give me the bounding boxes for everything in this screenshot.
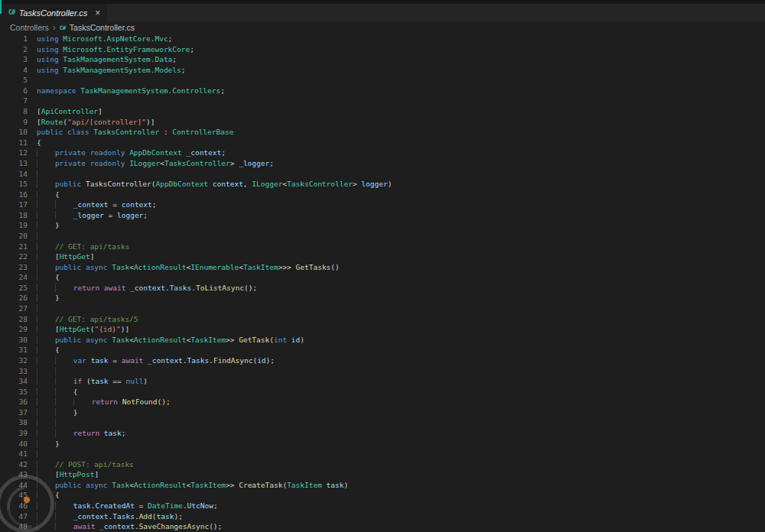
- code-line[interactable]: 29 [HttpGet("{id}")]: [0, 324, 765, 335]
- code-line[interactable]: 12 private readonly AppDbContext _contex…: [0, 148, 765, 158]
- line-number[interactable]: 48: [0, 521, 28, 532]
- code-line[interactable]: 21 // GET: api/tasks: [0, 242, 765, 252]
- code-line[interactable]: 9[Route("api/[controller]")]: [0, 117, 765, 128]
- close-tab-icon[interactable]: ×: [95, 8, 100, 18]
- code-line[interactable]: 25 return await _context.Tasks.ToListAsy…: [0, 283, 765, 294]
- code-line[interactable]: 15 public TasksController(AppDbContext c…: [0, 179, 765, 190]
- code-line[interactable]: 34 if (task == null): [0, 376, 765, 387]
- line-number[interactable]: 1: [0, 34, 28, 44]
- line-number[interactable]: 6: [0, 86, 28, 96]
- line-number[interactable]: 13: [0, 158, 28, 169]
- code-line[interactable]: 18 _logger = logger;: [0, 210, 765, 221]
- line-number[interactable]: 22: [0, 251, 28, 262]
- code-line[interactable]: 23 public async Task<ActionResult<IEnume…: [0, 262, 765, 273]
- line-number[interactable]: 7: [0, 96, 28, 106]
- code-line[interactable]: 20: [0, 231, 765, 242]
- code-line[interactable]: 26 }: [0, 293, 765, 303]
- line-number[interactable]: 38: [0, 417, 28, 428]
- line-number[interactable]: 34: [0, 376, 28, 387]
- breadcrumb-folder[interactable]: Controllers: [10, 23, 49, 32]
- code-line[interactable]: 1using Microsoft.AspNetCore.Mvc;: [0, 34, 765, 44]
- line-number[interactable]: 36: [0, 397, 28, 407]
- line-number[interactable]: 17: [0, 200, 28, 210]
- line-number[interactable]: 4: [0, 65, 28, 76]
- line-number[interactable]: 24: [0, 272, 28, 283]
- code-line[interactable]: 31 {: [0, 345, 765, 355]
- line-number[interactable]: 26: [0, 293, 28, 303]
- code-line[interactable]: 36 return NotFound();: [0, 397, 765, 407]
- code-line[interactable]: 5: [0, 75, 765, 86]
- line-number[interactable]: 39: [0, 428, 28, 439]
- line-number[interactable]: 42: [0, 459, 28, 470]
- line-number[interactable]: 47: [0, 511, 28, 522]
- code-editor[interactable]: 1using Microsoft.AspNetCore.Mvc;2using M…: [0, 34, 765, 532]
- code-line[interactable]: 7: [0, 96, 765, 106]
- line-number[interactable]: 23: [0, 262, 28, 273]
- code-line[interactable]: 38: [0, 417, 765, 428]
- code-line[interactable]: 4using TaskManagementSystem.Models;: [0, 65, 765, 76]
- line-number[interactable]: 45: [0, 490, 28, 501]
- code-line[interactable]: 33: [0, 366, 765, 377]
- code-line[interactable]: 44 public async Task<ActionResult<TaskIt…: [0, 480, 765, 491]
- code-line[interactable]: 24 {: [0, 272, 765, 283]
- code-line[interactable]: 28 // GET: api/tasks/5: [0, 314, 765, 325]
- code-line[interactable]: 22 [HttpGet]: [0, 251, 765, 262]
- tab-taskscontroller[interactable]: C# TasksController.cs ×: [0, 4, 107, 21]
- code-line[interactable]: 32 var task = await _context.Tasks.FindA…: [0, 355, 765, 366]
- line-number[interactable]: 18: [0, 210, 28, 221]
- code-line[interactable]: 35 {: [0, 387, 765, 397]
- code-line[interactable]: 37 }: [0, 407, 765, 418]
- line-number[interactable]: 28: [0, 314, 28, 325]
- code-line[interactable]: 40 }: [0, 439, 765, 449]
- line-number[interactable]: 3: [0, 54, 28, 65]
- line-number[interactable]: 5: [0, 75, 28, 86]
- code-line[interactable]: 14: [0, 169, 765, 180]
- code-line[interactable]: 42 // POST: api/tasks: [0, 459, 765, 470]
- line-number[interactable]: 20: [0, 231, 28, 242]
- line-number[interactable]: 29: [0, 324, 28, 335]
- code-line[interactable]: 11{: [0, 138, 765, 148]
- line-number[interactable]: 33: [0, 366, 28, 377]
- code-line[interactable]: 3using TaskManagementSystem.Data;: [0, 54, 765, 65]
- line-number[interactable]: 41: [0, 449, 28, 459]
- line-number[interactable]: 15: [0, 179, 28, 190]
- line-number[interactable]: 31: [0, 345, 28, 355]
- code-line[interactable]: 17 _context = context;: [0, 200, 765, 210]
- code-line[interactable]: 43 [HttpPost]: [0, 469, 765, 480]
- code-line[interactable]: 45 {: [0, 490, 765, 501]
- line-number[interactable]: 8: [0, 106, 28, 117]
- code-line[interactable]: 39 return task;: [0, 428, 765, 439]
- code-line[interactable]: 10public class TasksController : Control…: [0, 127, 765, 138]
- code-line[interactable]: 19 }: [0, 220, 765, 231]
- line-number[interactable]: 30: [0, 335, 28, 345]
- code-line[interactable]: 2using Microsoft.EntityFrameworkCore;: [0, 44, 765, 55]
- line-number[interactable]: 27: [0, 303, 28, 314]
- line-number[interactable]: 14: [0, 169, 28, 180]
- code-line[interactable]: 27: [0, 303, 765, 314]
- code-line[interactable]: 6namespace TaskManagementSystem.Controll…: [0, 86, 765, 96]
- code-line[interactable]: 41: [0, 449, 765, 459]
- line-number[interactable]: 40: [0, 439, 28, 449]
- code-line[interactable]: 8[ApiController]: [0, 106, 765, 117]
- line-number[interactable]: 32: [0, 355, 28, 366]
- code-line[interactable]: 13 private readonly ILogger<TasksControl…: [0, 158, 765, 169]
- line-number[interactable]: 21: [0, 242, 28, 252]
- line-number[interactable]: 12: [0, 148, 28, 158]
- line-number[interactable]: 10: [0, 127, 28, 138]
- code-line[interactable]: 16 {: [0, 190, 765, 200]
- code-line[interactable]: 48 await _context.SaveChangesAsync();: [0, 521, 765, 532]
- code-line[interactable]: 47 _context.Tasks.Add(task);: [0, 511, 765, 522]
- line-number[interactable]: 46: [0, 501, 28, 511]
- line-number[interactable]: 44: [0, 480, 28, 491]
- code-line[interactable]: 30 public async Task<ActionResult<TaskIt…: [0, 335, 765, 345]
- breadcrumb-file[interactable]: TasksController.cs: [70, 23, 135, 32]
- line-number[interactable]: 9: [0, 117, 28, 128]
- line-number[interactable]: 2: [0, 44, 28, 55]
- line-number[interactable]: 35: [0, 387, 28, 397]
- line-number[interactable]: 37: [0, 407, 28, 418]
- line-number[interactable]: 11: [0, 138, 28, 148]
- line-number[interactable]: 43: [0, 469, 28, 480]
- line-number[interactable]: 25: [0, 283, 28, 294]
- code-line[interactable]: 46 task.CreatedAt = DateTime.UtcNow;: [0, 501, 765, 511]
- line-number[interactable]: 19: [0, 220, 28, 231]
